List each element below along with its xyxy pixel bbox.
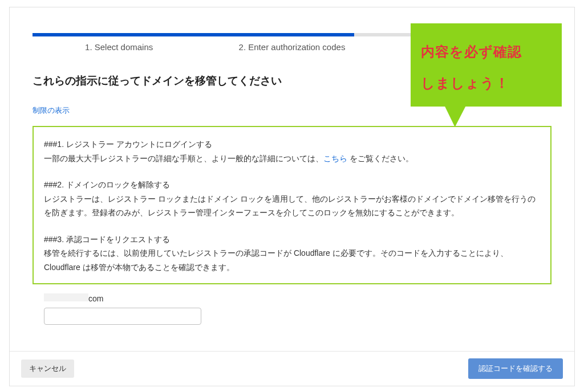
auth-code-input[interactable] [44,308,201,325]
transfer-card: 内容を必ず確認 しましょう！ 1. Select domains 2. Ente… [9,7,575,386]
domain-row: com [33,293,551,325]
instruction-2-title: ###2. ドメインのロックを解除する [44,178,540,192]
instruction-1: ###1. レジストラー アカウントにログインする 一部の最大大手レジストラーの… [44,137,540,165]
instruction-2: ###2. ドメインのロックを解除する レジストラーは、レジストラー ロックまた… [44,178,540,220]
confirm-button[interactable]: 認証コードを確認する [468,358,563,379]
instruction-3: ###3. 承認コードをリクエストする 移管を続行するには、以前使用していたレジ… [44,232,540,275]
step-label-1: 1. Select domains [33,42,205,52]
instruction-1-body-a: 一部の最大大手レジストラーの詳細な手順と、より一般的な詳細については、 [44,154,323,163]
instruction-3-body: 移管を続行するには、以前使用していたレジストラーの承認コードが Cloudfla… [44,246,540,274]
instruction-1-link[interactable]: こちら [323,154,347,163]
progress-seg-active [33,33,354,36]
instructions-box: ###1. レジストラー アカウントにログインする 一部の最大大手レジストラーの… [33,126,551,284]
domain-label: com [44,293,551,303]
instruction-2-body: レジストラーは、レジストラー ロックまたはドメイン ロックを適用して、他のレジス… [44,192,540,220]
instruction-3-title: ###3. 承認コードをリクエストする [44,232,540,247]
domain-suffix: com [88,294,103,303]
card-footer: キャンセル 認証コードを確認する [10,351,574,386]
card-body: 内容を必ず確認 しましょう！ 1. Select domains 2. Ente… [10,7,574,351]
domain-redacted [44,293,88,301]
limits-link[interactable]: 制限の表示 [33,105,70,116]
instruction-1-body-b: をご覧ください。 [347,154,413,163]
instruction-1-title: ###1. レジストラー アカウントにログインする [44,137,540,152]
annotation-callout: 内容を必ず確認 しましょう！ [411,23,562,107]
callout-line1: 内容を必ず確認 [421,36,551,67]
callout-line2: しましょう！ [421,67,551,99]
step-label-2: 2. Enter authorization codes [205,42,378,52]
cancel-button[interactable]: キャンセル [21,360,74,378]
instruction-1-body: 一部の最大大手レジストラーの詳細な手順と、より一般的な詳細については、こちら を… [44,152,540,166]
